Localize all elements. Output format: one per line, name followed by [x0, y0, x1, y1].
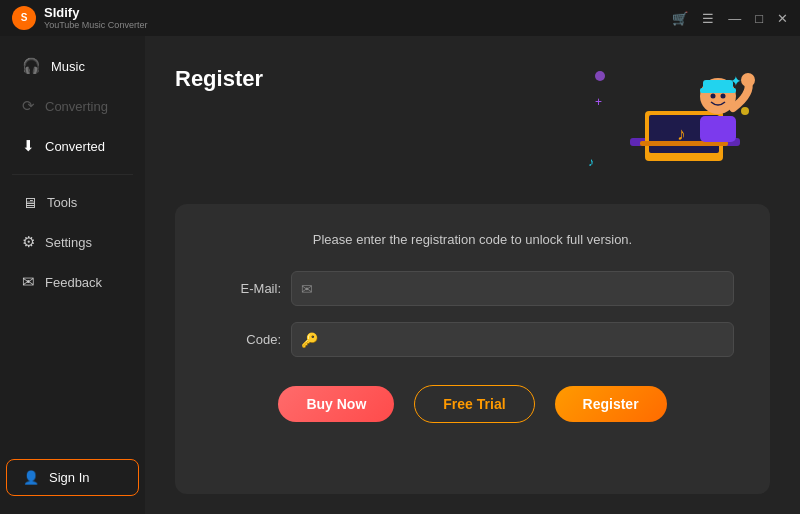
sidebar-item-feedback[interactable]: ✉ Feedback — [6, 263, 139, 301]
svg-point-1 — [741, 107, 749, 115]
sign-in-icon: 👤 — [23, 470, 39, 485]
code-input-wrap: 🔑 — [291, 322, 734, 357]
sidebar-label-settings: Settings — [45, 235, 92, 250]
illustration: ✦ + ♪ — [570, 56, 770, 186]
code-row: Code: 🔑 — [211, 322, 734, 357]
app-name: SIdify — [44, 5, 147, 21]
email-row: E-Mail: ✉ — [211, 271, 734, 306]
sidebar-item-settings[interactable]: ⚙ Settings — [6, 223, 139, 261]
logo-text: S — [21, 12, 28, 23]
minimize-icon[interactable]: — — [728, 11, 741, 26]
sidebar-item-music[interactable]: 🎧 Music — [6, 47, 139, 85]
register-hint: Please enter the registration code to un… — [211, 232, 734, 247]
register-title: Register — [175, 66, 263, 92]
sidebar-bottom: 👤 Sign In — [0, 451, 145, 504]
titlebar: S SIdify YouTube Music Converter 🛒 ☰ — □… — [0, 0, 800, 36]
svg-point-13 — [721, 94, 726, 99]
menu-icon[interactable]: ☰ — [702, 11, 714, 26]
music-icon: 🎧 — [22, 57, 41, 75]
svg-point-0 — [595, 71, 605, 81]
main-layout: 🎧 Music ⟳ Converting ⬇ Converted 🖥 Tools… — [0, 36, 800, 514]
email-input-wrap: ✉ — [291, 271, 734, 306]
svg-rect-11 — [700, 88, 736, 93]
register-card: Please enter the registration code to un… — [175, 204, 770, 494]
free-trial-button[interactable]: Free Trial — [414, 385, 534, 423]
code-label: Code: — [211, 332, 281, 347]
sidebar-label-tools: Tools — [47, 195, 77, 210]
feedback-icon: ✉ — [22, 273, 35, 291]
content-area: Register ✦ + — [145, 36, 800, 514]
sign-in-label: Sign In — [49, 470, 89, 485]
buy-now-button[interactable]: Buy Now — [278, 386, 394, 422]
sign-in-button[interactable]: 👤 Sign In — [6, 459, 139, 496]
code-input[interactable] — [291, 322, 734, 357]
sidebar-item-converting[interactable]: ⟳ Converting — [6, 87, 139, 125]
sidebar-label-converted: Converted — [45, 139, 105, 154]
converting-icon: ⟳ — [22, 97, 35, 115]
register-button[interactable]: Register — [555, 386, 667, 422]
tools-icon: 🖥 — [22, 194, 37, 211]
sidebar-item-tools[interactable]: 🖥 Tools — [6, 184, 139, 221]
svg-rect-15 — [700, 116, 736, 142]
sidebar-label-converting: Converting — [45, 99, 108, 114]
register-header: Register ✦ + — [175, 56, 770, 186]
svg-text:♪: ♪ — [588, 155, 594, 169]
svg-point-12 — [711, 94, 716, 99]
svg-text:+: + — [595, 95, 602, 109]
svg-point-14 — [741, 73, 755, 87]
sidebar-label-music: Music — [51, 59, 85, 74]
register-page: Register ✦ + — [145, 36, 800, 514]
titlebar-controls: 🛒 ☰ — □ ✕ — [672, 11, 788, 26]
email-input[interactable] — [291, 271, 734, 306]
converted-icon: ⬇ — [22, 137, 35, 155]
app-logo: S — [12, 6, 36, 30]
titlebar-left: S SIdify YouTube Music Converter — [12, 5, 147, 31]
app-subtitle: YouTube Music Converter — [44, 20, 147, 31]
maximize-icon[interactable]: □ — [755, 11, 763, 26]
cart-icon[interactable]: 🛒 — [672, 11, 688, 26]
sidebar-divider — [12, 174, 133, 175]
app-title-block: SIdify YouTube Music Converter — [44, 5, 147, 31]
close-icon[interactable]: ✕ — [777, 11, 788, 26]
email-label: E-Mail: — [211, 281, 281, 296]
form-buttons: Buy Now Free Trial Register — [211, 385, 734, 423]
sidebar-item-converted[interactable]: ⬇ Converted — [6, 127, 139, 165]
settings-icon: ⚙ — [22, 233, 35, 251]
sidebar: 🎧 Music ⟳ Converting ⬇ Converted 🖥 Tools… — [0, 36, 145, 514]
sidebar-label-feedback: Feedback — [45, 275, 102, 290]
illustration-svg: ✦ + ♪ — [570, 56, 770, 186]
